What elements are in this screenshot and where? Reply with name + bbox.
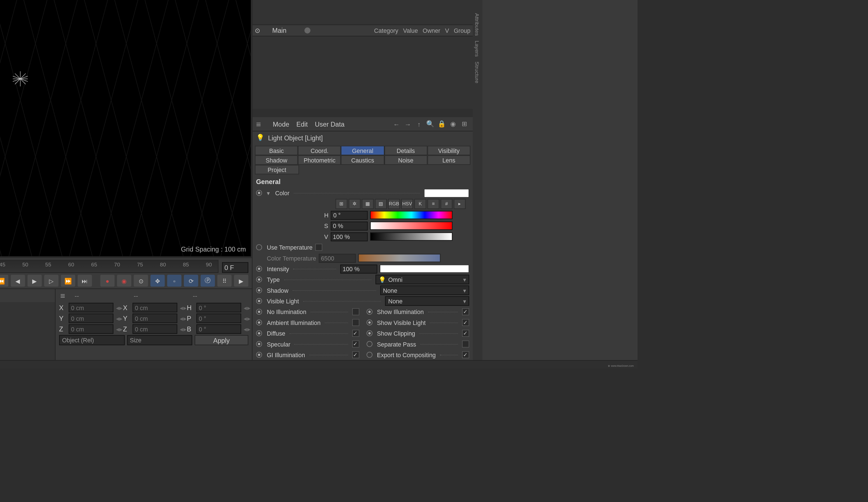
- type-radio[interactable]: [256, 276, 262, 283]
- takes-body[interactable]: [252, 37, 473, 109]
- tab-coord.[interactable]: Coord.: [298, 146, 341, 155]
- objtree-target-icon[interactable]: ⊙: [255, 27, 260, 34]
- tab-shadow[interactable]: Shadow: [255, 155, 298, 165]
- goto-end-button[interactable]: ⏭: [78, 275, 92, 287]
- separate-pass-checkbox[interactable]: [462, 340, 469, 348]
- tab-noise[interactable]: Noise: [384, 155, 427, 165]
- colormode-button[interactable]: RGB: [388, 199, 400, 209]
- usetemp-checkbox[interactable]: [315, 244, 322, 251]
- tab-visibility[interactable]: Visibility: [427, 146, 471, 155]
- coord-mode-select[interactable]: Object (Rel): [59, 335, 124, 345]
- rtab-structure[interactable]: Structure: [473, 59, 481, 86]
- color-swatch[interactable]: [424, 188, 469, 197]
- export-to-compositing-checkbox[interactable]: [462, 351, 469, 359]
- keysel-button[interactable]: ⊙: [134, 275, 148, 287]
- vislight-select[interactable]: None: [385, 296, 469, 306]
- tab-photometric[interactable]: Photometric: [298, 155, 341, 165]
- show-clipping-checkbox[interactable]: [462, 330, 469, 337]
- attrmenu-userdata[interactable]: User Data: [315, 121, 345, 128]
- attr-up-icon[interactable]: ↑: [414, 119, 424, 129]
- shadow-radio[interactable]: [256, 287, 262, 293]
- diffuse-checkbox[interactable]: [352, 330, 359, 337]
- intensity-slider[interactable]: [380, 265, 469, 273]
- autokey-button[interactable]: ◉: [117, 275, 131, 287]
- intensity-radio[interactable]: [256, 266, 262, 272]
- colortemp-input[interactable]: 6500: [319, 254, 355, 263]
- rot-key-button[interactable]: ⟳: [184, 275, 198, 287]
- viewport-grid: [0, 0, 251, 256]
- perspective-viewport[interactable]: Perspective Default Camera YZX Grid Spac…: [0, 0, 251, 257]
- rtab-layers[interactable]: Layers: [473, 38, 481, 59]
- pla-key-button[interactable]: ⠿: [217, 275, 231, 287]
- show-visible-light-checkbox[interactable]: [462, 319, 469, 326]
- anim-layer-button[interactable]: ▶: [234, 275, 248, 287]
- attr-back-icon[interactable]: ←: [392, 119, 401, 129]
- take-main-label[interactable]: Main: [272, 27, 287, 34]
- tab-basic[interactable]: Basic: [255, 146, 298, 155]
- colormode-button[interactable]: ▦: [362, 199, 374, 209]
- colortemp-slider[interactable]: [358, 254, 440, 262]
- prev-key-button[interactable]: ⏪: [0, 275, 8, 287]
- colormode-button[interactable]: K: [414, 199, 426, 209]
- pos-key-button[interactable]: ✥: [151, 275, 165, 287]
- prev-frame-button[interactable]: ◀: [11, 275, 25, 287]
- colormode-button[interactable]: ≡: [427, 199, 439, 209]
- usetemp-radio[interactable]: [256, 244, 262, 250]
- attr-hamburger-icon[interactable]: [256, 119, 266, 129]
- coord-apply-button[interactable]: Apply: [195, 335, 248, 345]
- type-label: Type: [267, 276, 280, 283]
- scale-key-button[interactable]: ▫: [167, 275, 182, 287]
- hue-slider[interactable]: [370, 211, 453, 219]
- attr-new-icon[interactable]: ⊞: [460, 119, 469, 129]
- gi-illumination-checkbox[interactable]: [352, 351, 359, 359]
- next-frame-button[interactable]: ▷: [44, 275, 59, 287]
- sat-slider[interactable]: [370, 222, 452, 230]
- attrmenu-edit[interactable]: Edit: [297, 121, 308, 128]
- tab-project[interactable]: Project: [255, 165, 299, 174]
- timeline-ruler[interactable]: 051015202530354045505560657075808590 0 F: [0, 257, 252, 273]
- tab-general[interactable]: General: [341, 146, 384, 155]
- colormode-button[interactable]: ⊞: [335, 199, 348, 209]
- intensity-label: Intensity: [267, 266, 289, 272]
- record-button[interactable]: ●: [100, 275, 114, 287]
- light-gizmo[interactable]: [10, 68, 31, 89]
- intensity-input[interactable]: 100 %: [340, 264, 377, 273]
- specular-checkbox[interactable]: [352, 340, 359, 348]
- val-input[interactable]: 100 %: [330, 232, 368, 241]
- scroll-1[interactable]: [252, 109, 473, 117]
- object-tree[interactable]: [252, 0, 473, 24]
- show-illumination-checkbox[interactable]: [462, 308, 469, 316]
- color-anim-radio[interactable]: [256, 190, 262, 196]
- tab-details[interactable]: Details: [384, 146, 427, 155]
- sat-input[interactable]: 0 %: [330, 221, 368, 230]
- attr-fwd-icon[interactable]: →: [403, 119, 412, 129]
- ambient-illumination-checkbox[interactable]: [352, 319, 359, 326]
- tab-caustics[interactable]: Caustics: [341, 155, 384, 165]
- type-select[interactable]: 💡 Omni: [376, 275, 469, 284]
- colormode-button[interactable]: ✲: [349, 199, 361, 209]
- sat-label: S: [324, 223, 328, 229]
- coord-size-select[interactable]: Size: [127, 335, 192, 345]
- tab-lens[interactable]: Lens: [427, 155, 471, 165]
- hue-input[interactable]: 0 °: [331, 211, 368, 219]
- attrmenu-mode[interactable]: Mode: [273, 121, 289, 128]
- val-slider[interactable]: [370, 232, 452, 240]
- param-key-button[interactable]: Ⓟ: [200, 275, 215, 287]
- colormode-button[interactable]: HSV: [401, 199, 413, 209]
- material-list[interactable]: [0, 302, 55, 360]
- attr-lock-icon[interactable]: 🔒: [437, 119, 447, 129]
- play-button[interactable]: ▶: [28, 275, 42, 287]
- rtab-attributes[interactable]: Attributes: [473, 11, 481, 38]
- colormode-button[interactable]: #: [441, 199, 453, 209]
- no-illumination-checkbox[interactable]: [352, 308, 359, 316]
- shadow-select[interactable]: None: [380, 286, 469, 295]
- vislight-radio[interactable]: [256, 298, 262, 304]
- attr-target-icon[interactable]: ◉: [448, 119, 458, 129]
- coord-hamburger-icon[interactable]: [60, 291, 70, 300]
- attr-search-icon[interactable]: 🔍: [426, 119, 435, 129]
- colormode-button[interactable]: ▧: [375, 199, 387, 209]
- color-tri-icon[interactable]: ▾: [267, 189, 273, 196]
- col-group: Group: [454, 27, 471, 34]
- next-key-button[interactable]: ⏩: [61, 275, 75, 287]
- colormode-button[interactable]: ▸: [454, 199, 466, 209]
